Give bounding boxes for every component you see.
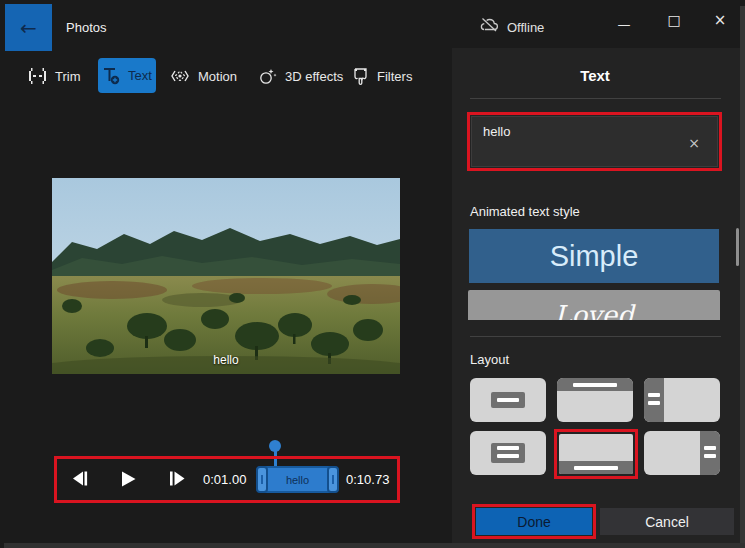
panel-scrollbar[interactable] (736, 228, 739, 266)
video-frame-art (52, 178, 400, 374)
photos-app-window: ← Photos Offline — □ × Trim (0, 0, 745, 548)
close-button[interactable]: × (705, 8, 735, 32)
window-edge (740, 6, 745, 548)
scrubber-stem (274, 451, 277, 467)
divider (470, 98, 721, 99)
scrubber-handle[interactable] (269, 440, 281, 452)
tab-filters[interactable]: Filters (352, 58, 412, 94)
tab-motion[interactable]: Motion (170, 58, 237, 94)
style-option-simple[interactable]: Simple (469, 229, 719, 283)
tab-trim-label: Trim (55, 69, 81, 84)
clip-label: hello (286, 474, 309, 486)
play-button[interactable] (117, 470, 139, 490)
back-button[interactable]: ← (5, 4, 52, 51)
filters-icon (352, 67, 369, 85)
layout-label: Layout (470, 352, 509, 367)
video-text-overlay: hello (52, 353, 400, 367)
layout-option-right-sidebar[interactable] (644, 431, 720, 475)
window-edge (4, 543, 745, 548)
tab-3d-effects-label: 3D effects (285, 69, 343, 84)
style-option-loved[interactable]: Loved (468, 290, 720, 320)
divider (470, 336, 721, 337)
layout-option-bottom-banner-selected[interactable] (559, 434, 633, 474)
tab-text-label: Text (128, 68, 152, 83)
3d-effects-icon (258, 67, 277, 85)
layout-option-left-sidebar[interactable] (644, 378, 720, 422)
maximize-button[interactable]: □ (659, 8, 689, 32)
text-clip-timeline-bar[interactable]: hello (256, 466, 339, 493)
clear-text-icon[interactable]: × (683, 134, 705, 152)
trim-icon (28, 67, 47, 85)
tab-motion-label: Motion (198, 69, 237, 84)
app-title: Photos (66, 20, 106, 35)
text-entry-input[interactable] (471, 116, 718, 167)
done-button[interactable]: Done (476, 508, 592, 535)
previous-frame-button[interactable] (69, 470, 91, 490)
cancel-button[interactable]: Cancel (600, 508, 734, 535)
layout-option-center-box[interactable] (470, 378, 546, 422)
video-preview[interactable]: hello (52, 178, 400, 374)
layout-option-center-two-lines[interactable] (470, 431, 546, 475)
motion-icon (170, 67, 190, 85)
current-time-label: 0:01.00 (203, 472, 246, 487)
total-duration-label: 0:10.73 (346, 472, 389, 487)
minimize-button[interactable]: — (609, 12, 639, 36)
layout-option-top-banner[interactable] (557, 378, 633, 422)
layout-thumb-shape (644, 378, 664, 422)
offline-cloud-icon (480, 17, 499, 37)
add-text-icon (102, 67, 120, 85)
clip-left-trim-handle[interactable] (256, 466, 268, 493)
tab-3d-effects[interactable]: 3D effects (258, 58, 343, 94)
offline-label: Offline (507, 20, 544, 35)
animated-text-style-label: Animated text style (470, 204, 580, 219)
offline-status: Offline (480, 17, 544, 37)
clip-right-trim-handle[interactable] (327, 466, 339, 493)
tab-filters-label: Filters (377, 69, 412, 84)
tab-trim[interactable]: Trim (28, 58, 81, 94)
layout-thumb-shape (700, 431, 720, 475)
next-frame-button[interactable] (166, 470, 188, 490)
tab-text-selected[interactable]: Text (98, 58, 156, 93)
panel-title: Text (455, 67, 735, 84)
